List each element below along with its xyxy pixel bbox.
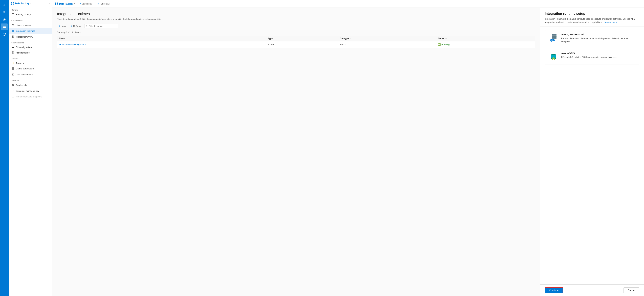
ir-panel: Integration runtimes The integration run…	[52, 8, 540, 296]
filter-input[interactable]	[89, 25, 116, 27]
svg-rect-7	[12, 3, 14, 5]
deploy-icon[interactable]	[1, 31, 8, 38]
sidebar-item-data-flow-libraries[interactable]: Data flow libraries	[9, 72, 52, 77]
external-link-icon: ↗	[616, 21, 617, 23]
publish-all-button[interactable]: ↑ Publish all	[96, 2, 111, 6]
option-azure-self-hosted[interactable]: Azure, Self-Hosted Perform data flows, d…	[545, 30, 639, 46]
ir-title: Integration runtimes	[57, 12, 535, 16]
triggers-label: Triggers	[16, 62, 24, 64]
main-content: Data Factory ▾ ✓ Validate all ↑ Publish …	[52, 0, 644, 296]
topbar-brand-label: Data Factory	[59, 2, 74, 5]
svg-rect-10	[12, 14, 14, 15]
sort-status-icon[interactable]: ↑↓	[445, 38, 447, 39]
sidebar-item-managed-private-endpoints: ☁ Managed private endpoints	[9, 94, 52, 99]
col-type[interactable]: Type ↑↓	[266, 35, 338, 41]
sidebar-item-git-configuration[interactable]: ◆ Git configuration	[9, 44, 52, 50]
brand-icon	[11, 2, 14, 5]
sort-name-icon[interactable]: ↑↓	[66, 38, 68, 39]
integration-runtimes-label: Integration runtimes	[16, 30, 35, 32]
home-icon[interactable]: ⌂	[1, 1, 8, 8]
publish-label: Publish all	[100, 2, 110, 5]
svg-rect-21	[13, 67, 14, 68]
sidebar-item-customer-managed-key[interactable]: Customer managed key	[9, 88, 52, 94]
section-security-label: Security	[9, 77, 52, 82]
col-status[interactable]: Status ↑↓	[436, 35, 535, 41]
sidebar: Data Factory ▾ « General Factory setting…	[9, 0, 52, 296]
validate-label: Validate all	[82, 2, 92, 5]
svg-rect-30	[57, 2, 58, 4]
git-label: Git configuration	[16, 46, 32, 48]
svg-point-11	[12, 24, 13, 25]
svg-point-54	[553, 58, 554, 59]
row-azure-icon	[59, 43, 62, 46]
data-flow-icon	[12, 73, 14, 76]
purview-icon	[12, 35, 14, 38]
section-connections-label: Connections	[9, 17, 52, 22]
manage-icon[interactable]	[1, 23, 8, 30]
refresh-button[interactable]: ↺ Refresh	[69, 24, 82, 28]
topbar-dropdown-icon[interactable]: ▾	[74, 3, 76, 5]
svg-rect-20	[12, 67, 13, 68]
icon-bar: ⌂ ✏ ◉	[0, 0, 9, 296]
setup-options: Azure, Self-Hosted Perform data flows, d…	[540, 27, 644, 285]
ir-row-name[interactable]: AutoResolveIntegrationR...	[57, 41, 266, 48]
status-running-icon: ✅	[438, 43, 441, 46]
option-azure-ssis[interactable]: Azure-SSIS Lift-and-shift existing SSIS …	[545, 49, 639, 65]
sort-subtype-icon[interactable]: ↑↓	[350, 38, 352, 39]
svg-rect-2	[3, 27, 6, 28]
factory-settings-icon	[12, 13, 14, 16]
svg-rect-0	[3, 26, 6, 26]
col-subtype[interactable]: Sub-type ↑↓	[338, 35, 436, 41]
sidebar-item-arm-template[interactable]: ARM template	[9, 50, 52, 56]
svg-rect-6	[11, 3, 12, 5]
new-icon: ＋	[58, 24, 60, 27]
svg-rect-31	[55, 4, 56, 5]
svg-point-16	[13, 31, 13, 31]
sidebar-item-triggers[interactable]: ⚡ Triggers	[9, 60, 52, 66]
filter-icon: ▼	[86, 25, 88, 27]
svg-point-35	[60, 44, 61, 45]
azure-self-hosted-title: Azure, Self-Hosted	[561, 33, 636, 36]
azure-ssis-desc: Lift-and-shift existing SSIS packages to…	[561, 56, 636, 59]
col-name[interactable]: Name ↑↓	[57, 35, 266, 41]
credentials-label: Credentials	[16, 84, 27, 86]
sidebar-item-credentials[interactable]: Credentials	[9, 82, 52, 88]
publish-icon: ↑	[98, 2, 99, 5]
ir-table-header: Name ↑↓ Type ↑↓ Sub-type ↑↓ Status	[57, 35, 535, 41]
filter-input-wrap: ▼	[84, 24, 118, 28]
arm-icon	[12, 51, 14, 54]
linked-services-label: Linked services	[16, 24, 31, 26]
learn-more-link[interactable]: Learn more ↗	[603, 21, 617, 23]
sidebar-item-linked-services[interactable]: Linked services	[9, 22, 52, 28]
validate-all-button[interactable]: ✓ Validate all	[78, 2, 94, 6]
svg-rect-1	[3, 26, 6, 27]
svg-rect-23	[13, 69, 14, 69]
svg-rect-9	[12, 14, 14, 14]
monitor-icon[interactable]: ◉	[1, 16, 8, 23]
svg-rect-24	[12, 73, 14, 75]
global-params-icon	[12, 67, 14, 70]
svg-point-27	[12, 84, 14, 85]
sidebar-item-microsoft-purview[interactable]: Microsoft Purview	[9, 34, 52, 40]
sidebar-item-integration-runtimes[interactable]: Integration runtimes	[9, 28, 52, 34]
continue-button[interactable]: Continue	[545, 287, 563, 293]
sidebar-item-global-parameters[interactable]: Global parameters	[9, 66, 52, 72]
sidebar-item-factory-settings[interactable]: Factory settings	[9, 11, 52, 17]
svg-rect-29	[55, 2, 56, 4]
setup-description: Integration Runtime is the native comput…	[545, 17, 639, 24]
data-flow-label: Data flow libraries	[16, 73, 33, 76]
new-button[interactable]: ＋ New	[57, 24, 67, 28]
svg-point-45	[552, 40, 552, 41]
svg-point-28	[12, 90, 13, 91]
setup-footer: Continue Cancel	[540, 285, 644, 296]
sidebar-collapse-button[interactable]: «	[49, 2, 50, 5]
cancel-button[interactable]: Cancel	[624, 288, 639, 293]
ir-row-subtype: Public	[338, 41, 436, 48]
sidebar-brand: Data Factory ▾	[11, 2, 32, 5]
status-label: Running	[442, 43, 450, 46]
factory-settings-label: Factory settings	[16, 13, 31, 16]
sort-type-icon[interactable]: ↑↓	[274, 38, 276, 39]
edit-icon[interactable]: ✏	[1, 9, 8, 15]
content-area: Integration runtimes The integration run…	[52, 8, 644, 296]
brand-dropdown-icon[interactable]: ▾	[30, 2, 32, 4]
